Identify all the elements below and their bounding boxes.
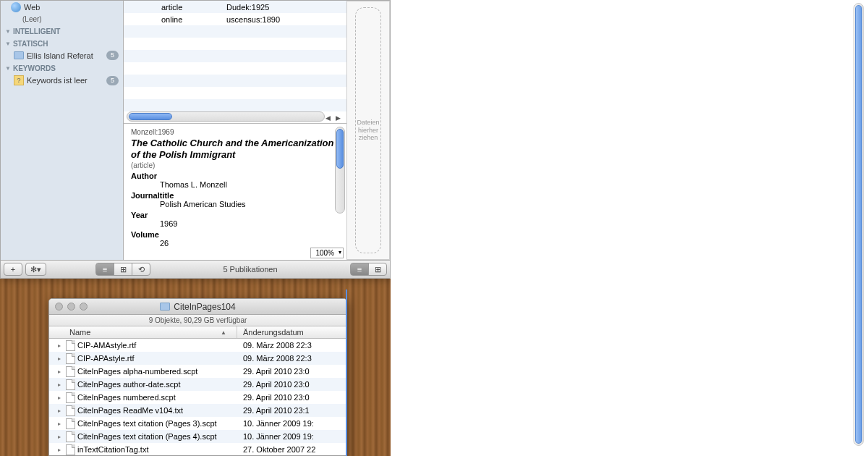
file-date: 29. April 2010 23:0 (237, 367, 346, 376)
publications-list[interactable]: articleDudek:1925onlineuscensus:1890 ◀ ▶ (124, 1, 346, 124)
file-name: CiteInPages text citation (Pages 4).scpt (77, 432, 217, 441)
column-header-name[interactable]: Name ▲ (49, 326, 237, 338)
pub-key: uscensus:1890 (226, 15, 328, 24)
globe-icon (11, 2, 21, 12)
detail-type: (article) (131, 161, 339, 169)
label-journal: Journaltitle (131, 191, 339, 200)
file-row[interactable]: ▸CiteInPages text citation (Pages 4).scp… (49, 430, 346, 443)
vertical-scrollbar[interactable] (335, 127, 345, 214)
detail-pane: Monzell:1969 The Catholic Church and the… (124, 124, 346, 260)
list-view-button[interactable]: ≡ (95, 263, 114, 276)
scrollbar-thumb[interactable] (855, 5, 862, 444)
question-icon: ? (14, 75, 24, 85)
detail-title: The Catholic Church and the Americanizat… (131, 138, 339, 160)
ruler-guide (346, 290, 347, 456)
file-name: CiteInPages author-date.scpt (77, 380, 180, 389)
grid-view-button[interactable]: ⊞ (114, 263, 132, 276)
publication-row[interactable] (124, 62, 346, 75)
column-header-date[interactable]: Änderungsdatum (237, 326, 346, 338)
file-date: 09. März 2008 22:3 (237, 341, 346, 350)
disclosure-triangle-icon: ▸ (58, 368, 64, 375)
column-headers: Name ▲ Änderungsdatum (49, 326, 346, 339)
info-bar: 9 Objekte, 90,29 GB verfügbar (49, 315, 346, 326)
file-date: 29. April 2010 23:0 (237, 380, 346, 389)
sidebar-item-keywords-empty[interactable]: ? Keywords ist leer 5 (1, 74, 123, 87)
sidebar-label-web: Web (24, 3, 40, 12)
file-date: 10. Jänner 2009 19: (237, 432, 346, 441)
file-list: ▸CIP-AMAstyle.rtf09. März 2008 22:3▸CIP-… (49, 339, 346, 456)
sidebar-item-ellis-island[interactable]: Ellis Island Referat 5 (1, 49, 123, 62)
disclosure-triangle-icon: ▼ (5, 41, 11, 47)
publication-row[interactable] (124, 99, 346, 111)
titlebar[interactable]: CiteInPages104 (49, 299, 346, 315)
disclosure-triangle-icon: ▼ (5, 65, 11, 72)
label-volume: Volume (131, 230, 339, 239)
document-icon (66, 353, 75, 364)
file-row[interactable]: ▸CiteInPages text citation (Pages 3).scp… (49, 417, 346, 430)
sidebar-item-web[interactable]: Web (1, 1, 123, 14)
file-row[interactable]: ▸CiteInPages ReadMe v104.txt29. April 20… (49, 404, 346, 417)
file-row[interactable]: ▸CIP-AMAstyle.rtf09. März 2008 22:3 (49, 339, 346, 352)
status-bar: + ✻▾ ≡ ⊞ ⟲ 5 Publikationen ≡ ⊞ (1, 260, 390, 278)
document-icon (66, 340, 75, 351)
label-author: Author (131, 172, 339, 180)
publication-row[interactable] (124, 25, 346, 38)
file-row[interactable]: ▸CiteInPages author-date.scpt29. April 2… (49, 378, 346, 391)
scrollbar-thumb[interactable] (129, 113, 172, 120)
file-row[interactable]: ▸CiteInPages alpha-numbered.scpt29. Apri… (49, 365, 346, 378)
refresh-button[interactable]: ⟲ (132, 263, 150, 276)
publication-row[interactable] (124, 38, 346, 50)
folder-icon (14, 51, 24, 59)
publication-count-text: 5 Publikationen (153, 265, 347, 274)
file-name: CiteInPages numbered.scpt (77, 393, 176, 402)
detail-list-button[interactable]: ≡ (350, 263, 369, 276)
count-badge: 5 (106, 51, 119, 60)
file-name: CIP-AMAstyle.rtf (77, 341, 136, 350)
vertical-scrollbar[interactable] (854, 3, 864, 446)
detail-citekey: Monzell:1969 (131, 128, 339, 136)
sidebar-header-statisch[interactable]: ▼ STATISCH (1, 37, 123, 49)
disclosure-triangle-icon: ▸ (58, 355, 64, 362)
file-date: 27. Oktober 2007 22 (237, 445, 346, 454)
action-gear-button[interactable]: ✻▾ (25, 263, 46, 276)
publication-row[interactable] (124, 75, 346, 87)
scroll-arrows[interactable]: ◀ ▶ (326, 114, 342, 122)
disclosure-triangle-icon: ▸ (58, 408, 64, 414)
folder-icon (160, 303, 170, 311)
publication-row[interactable] (124, 50, 346, 62)
file-drop-zone[interactable]: Dateien hierher ziehen (346, 1, 390, 260)
document-icon (66, 444, 75, 455)
publication-row[interactable]: articleDudek:1925 (124, 1, 346, 13)
file-row[interactable]: ▸inTextCitationTag.txt27. Oktober 2007 2… (49, 443, 346, 456)
document-icon (66, 379, 75, 390)
file-name: CiteInPages ReadMe v104.txt (77, 406, 183, 415)
file-name: inTextCitationTag.txt (77, 445, 148, 454)
add-button[interactable]: + (4, 263, 22, 276)
sidebar-header-keywords[interactable]: ▼ KEYWORDS (1, 62, 123, 74)
disclosure-triangle-icon: ▸ (58, 434, 64, 440)
count-badge: 5 (106, 76, 119, 85)
horizontal-scrollbar[interactable] (127, 111, 325, 122)
sidebar-header-intelligent[interactable]: ▼ INTELLIGENT (1, 25, 123, 37)
document-icon (66, 431, 75, 442)
label-year: Year (131, 211, 339, 219)
drop-hint-text: Dateien hierher ziehen (356, 119, 380, 142)
pub-type: online (161, 15, 226, 24)
zoom-select[interactable]: 100% (310, 248, 344, 258)
pub-type: article (161, 3, 226, 12)
file-name: CiteInPages text citation (Pages 3).scpt (77, 419, 217, 428)
disclosure-triangle-icon: ▸ (58, 394, 64, 401)
bibliography-window: Web (Leer) ▼ INTELLIGENT ▼ STATISCH Elli… (0, 0, 391, 279)
file-row[interactable]: ▸CIP-APAstyle.rtf09. März 2008 22:3 (49, 352, 346, 365)
file-date: 29. April 2010 23:0 (237, 393, 346, 402)
publication-row[interactable] (124, 87, 346, 99)
publication-row[interactable]: onlineuscensus:1890 (124, 13, 346, 25)
window-title: CiteInPages104 (49, 302, 346, 312)
document-icon (66, 366, 75, 377)
view-mode-right: ≡ ⊞ (350, 263, 387, 276)
file-row[interactable]: ▸CiteInPages numbered.scpt29. April 2010… (49, 391, 346, 404)
scrollbar-thumb[interactable] (336, 129, 344, 169)
disclosure-triangle-icon: ▼ (5, 28, 11, 35)
editor-pane (391, 0, 868, 456)
detail-grid-button[interactable]: ⊞ (368, 263, 387, 276)
